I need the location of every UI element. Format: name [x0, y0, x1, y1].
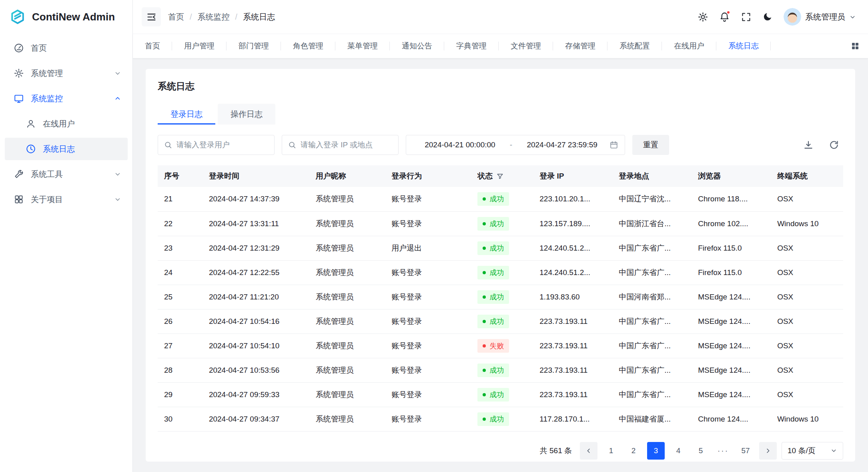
breadcrumb-current: 系统日志 — [243, 12, 275, 22]
login-user-search[interactable] — [158, 135, 275, 155]
chevron-up-icon — [114, 95, 121, 102]
breadcrumb-item[interactable]: 系统监控 — [198, 12, 230, 22]
login-ip-search[interactable] — [282, 135, 399, 155]
cell-login-time: 2024-04-27 11:21:20 — [202, 285, 309, 309]
user-menu[interactable]: 系统管理员 — [784, 8, 856, 26]
reset-button[interactable]: 重置 — [632, 135, 669, 155]
cell-os: OSX — [771, 333, 843, 358]
workspace-tab[interactable]: 角色管理 — [281, 34, 335, 58]
cell-login-ip: 1.193.83.60 — [533, 285, 612, 309]
avatar[interactable] — [784, 8, 801, 26]
sidebar-item-system-log[interactable]: 系统日志 — [5, 138, 128, 160]
col-os: 终端系统 — [771, 165, 843, 187]
cell-index: 21 — [158, 187, 202, 211]
log-type-tabs: 登录日志 操作日志 — [158, 104, 843, 125]
fullscreen-button[interactable] — [736, 7, 756, 26]
app-logo: ContiNew Admin — [0, 0, 132, 34]
cell-index: 29 — [158, 382, 202, 407]
cell-browser: MSEdge 124.... — [692, 285, 771, 309]
page-button-2[interactable]: 2 — [625, 442, 642, 460]
workspace-tab[interactable]: 首页 — [133, 34, 172, 58]
cell-index: 28 — [158, 358, 202, 382]
tab-actions-button[interactable] — [842, 34, 868, 58]
table-row: 232024-04-27 12:31:29系统管理员用户退出成功124.240.… — [158, 236, 843, 260]
breadcrumb-item[interactable]: 首页 — [168, 12, 184, 22]
cell-status: 成功 — [471, 382, 533, 407]
cell-login-time: 2024-04-27 10:53:56 — [202, 358, 309, 382]
workspace-tab[interactable]: 系统日志 — [716, 34, 771, 58]
cell-nickname: 系统管理员 — [309, 285, 385, 309]
cell-status: 成功 — [471, 260, 533, 285]
sidebar-item-system-monitor[interactable]: 系统监控 — [5, 87, 128, 110]
chevron-down-icon — [114, 70, 121, 77]
pagination-ellipsis[interactable]: ··· — [714, 446, 732, 455]
wrench-icon — [14, 169, 24, 179]
status-dot-icon — [483, 344, 486, 347]
dark-mode-button[interactable] — [758, 7, 777, 26]
export-button[interactable] — [799, 136, 818, 154]
user-icon — [26, 119, 36, 129]
cell-login-time: 2024-04-27 13:31:11 — [202, 211, 309, 236]
page-button-4[interactable]: 4 — [670, 442, 687, 460]
sidebar-collapse-button[interactable] — [142, 7, 161, 26]
cell-login-location: 中国辽宁省沈... — [612, 187, 692, 211]
cell-nickname: 系统管理员 — [309, 211, 385, 236]
system-log-card: 系统日志 登录日志 操作日志 — [146, 69, 855, 462]
workspace-tab[interactable]: 字典管理 — [444, 34, 499, 58]
cell-status: 成功 — [471, 187, 533, 211]
login-user-input[interactable] — [176, 141, 269, 149]
last-page-button[interactable]: 57 — [737, 442, 754, 460]
status-dot-icon — [483, 197, 486, 201]
sidebar-item-system-management[interactable]: 系统管理 — [5, 62, 128, 84]
workspace-tab[interactable]: 用户管理 — [172, 34, 227, 58]
table-row: 282024-04-27 10:53:56系统管理员账号登录成功223.73.1… — [158, 358, 843, 382]
login-log-table: 序号 登录时间 用户昵称 登录行为 状态 — [158, 165, 843, 432]
workspace-tab[interactable]: 系统配置 — [607, 34, 662, 58]
page-button-1[interactable]: 1 — [602, 442, 620, 460]
cell-status: 成功 — [471, 285, 533, 309]
refresh-button[interactable] — [825, 136, 843, 154]
login-ip-input[interactable] — [301, 141, 393, 149]
workspace-tab[interactable]: 在线用户 — [662, 34, 716, 58]
date-start-value[interactable]: 2024-04-21 00:00:00 — [413, 141, 507, 149]
table-row: 262024-04-27 10:54:16系统管理员账号登录成功223.73.1… — [158, 309, 843, 333]
settings-button[interactable] — [693, 7, 712, 26]
chevron-down-icon — [849, 14, 856, 20]
cell-nickname: 系统管理员 — [309, 236, 385, 260]
next-page-button[interactable] — [759, 442, 777, 460]
workspace-tab[interactable]: 部门管理 — [227, 34, 281, 58]
tab-operation-log[interactable]: 操作日志 — [218, 104, 275, 125]
page-button-5[interactable]: 5 — [692, 442, 710, 460]
status-dot-icon — [483, 369, 486, 372]
cell-browser: MSEdge 124.... — [692, 333, 771, 358]
table-row: 272024-04-27 10:54:10系统管理员账号登录失败223.73.1… — [158, 333, 843, 358]
workspace-tab[interactable]: 存储管理 — [553, 34, 607, 58]
prev-page-button[interactable] — [580, 442, 597, 460]
table-row: 222024-04-27 13:31:11系统管理员账号登录成功123.157.… — [158, 211, 843, 236]
status-badge: 成功 — [477, 192, 509, 206]
page-size-select[interactable]: 10 条/页 — [782, 442, 843, 460]
sidebar-item-online-users[interactable]: 在线用户 — [5, 112, 128, 135]
cell-index: 23 — [158, 236, 202, 260]
tab-login-log[interactable]: 登录日志 — [158, 104, 215, 125]
workspace-tab[interactable]: 通知公告 — [390, 34, 444, 58]
filter-funnel-icon[interactable] — [496, 173, 504, 180]
cell-browser: Chrome 118.... — [692, 187, 771, 211]
sidebar-item-system-tools[interactable]: 系统工具 — [5, 163, 128, 185]
page-button-3[interactable]: 3 — [647, 442, 665, 460]
workspace-tab[interactable]: 菜单管理 — [335, 34, 390, 58]
status-dot-icon — [483, 222, 486, 225]
cell-login-time: 2024-04-27 09:59:33 — [202, 382, 309, 407]
sidebar-item-home[interactable]: 首页 — [5, 37, 128, 59]
date-range-picker[interactable]: 2024-04-21 00:00:00 - 2024-04-27 23:59:5… — [406, 135, 625, 155]
page-size-value: 10 条/页 — [788, 446, 816, 456]
cell-login-ip: 123.157.189.... — [533, 211, 612, 236]
date-end-value[interactable]: 2024-04-27 23:59:59 — [515, 141, 609, 149]
workspace-tab[interactable]: 文件管理 — [499, 34, 553, 58]
col-nickname: 用户昵称 — [309, 165, 385, 187]
status-dot-icon — [483, 320, 486, 323]
cell-login-ip: 124.240.51.2... — [533, 260, 612, 285]
sidebar-item-about-project[interactable]: 关于项目 — [5, 188, 128, 211]
cell-status: 成功 — [471, 211, 533, 236]
notifications-button[interactable] — [715, 7, 734, 26]
